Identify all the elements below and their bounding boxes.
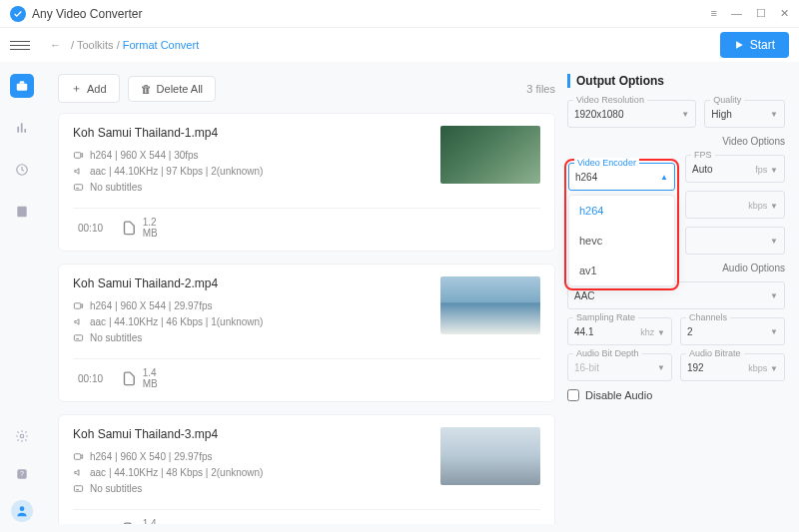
delete-all-label: Delete All — [157, 83, 203, 95]
video-encoder-label: Video Encoder — [574, 158, 639, 168]
svg-rect-14 — [74, 303, 80, 309]
sidebar-toolkits[interactable] — [10, 74, 34, 98]
video-meta: h264 | 960 X 544 | 30fps — [73, 150, 428, 161]
file-duration: 00:10 — [73, 223, 103, 234]
subs-meta: No subtitles — [73, 483, 428, 494]
start-label: Start — [750, 38, 775, 52]
maximize-icon[interactable]: ☐ — [756, 7, 766, 20]
crumb-current[interactable]: Format Convert — [123, 39, 199, 51]
svg-point-9 — [20, 506, 25, 511]
video-encoder-dropdown: h264 hevc av1 — [568, 195, 675, 286]
depth-label: Audio Bit Depth — [573, 348, 642, 358]
files-count: 3 files — [526, 83, 555, 95]
svg-rect-19 — [74, 486, 82, 492]
svg-rect-1 — [17, 127, 19, 133]
resolution-label: Video Resolution — [573, 95, 647, 105]
app-title: Any Video Converter — [32, 7, 143, 21]
file-thumbnail — [440, 276, 540, 334]
crumb-toolkits[interactable]: Toolkits — [77, 39, 114, 51]
audio-meta: aac | 44.10KHz | 97 Kbps | 2(unknown) — [73, 166, 428, 177]
svg-rect-11 — [74, 185, 82, 191]
video-meta: h264 | 960 X 544 | 29.97fps — [73, 300, 428, 311]
abitrate-label: Audio Bitrate — [686, 348, 744, 358]
sidebar-help[interactable]: ? — [10, 462, 34, 486]
file-size: 1.2 MB — [121, 217, 158, 239]
disable-audio-label: Disable Audio — [585, 389, 652, 401]
video-encoder-highlight: Video Encoder h264▲ h264 hevc av1 — [564, 159, 679, 290]
app-logo — [10, 6, 26, 22]
encoder-option-hevc[interactable]: hevc — [569, 226, 674, 256]
file-name: Koh Samui Thailand-2.mp4 — [73, 276, 428, 290]
fps-label: FPS — [691, 150, 715, 160]
sampling-label: Sampling Rate — [573, 312, 638, 322]
file-name: Koh Samui Thailand-3.mp4 — [73, 427, 428, 441]
svg-rect-0 — [17, 84, 28, 91]
file-thumbnail — [440, 126, 540, 184]
svg-text:?: ? — [20, 470, 24, 477]
svg-rect-18 — [74, 454, 80, 460]
file-duration: 00:10 — [73, 373, 103, 384]
file-size: 1.4 MB — [121, 518, 158, 524]
back-arrow-icon[interactable]: ← — [50, 39, 61, 51]
subs-meta: No subtitles — [73, 182, 428, 193]
video-bitrate-select[interactable]: kbps ▼ — [685, 191, 785, 219]
file-size: 1.4 MB — [121, 367, 158, 389]
start-button[interactable]: Start — [720, 32, 789, 58]
sidebar-stats[interactable] — [10, 116, 34, 140]
delete-all-button[interactable]: 🗑 Delete All — [128, 76, 216, 102]
menu-lines-icon[interactable]: ≡ — [711, 7, 717, 20]
add-label: Add — [87, 83, 107, 95]
audio-meta: aac | 44.10KHz | 46 Kbps | 1(unknown) — [73, 316, 428, 327]
extra-video-select[interactable]: ▼ — [685, 227, 785, 255]
breadcrumb: / Toolkits / Format Convert — [71, 39, 199, 51]
channels-label: Channels — [686, 312, 730, 322]
encoder-option-av1[interactable]: av1 — [569, 256, 674, 285]
file-card[interactable]: Koh Samui Thailand-1.mp4 h264 | 960 X 54… — [58, 113, 555, 252]
file-card[interactable]: Koh Samui Thailand-3.mp4 h264 | 960 X 54… — [58, 414, 555, 524]
svg-rect-3 — [24, 129, 26, 133]
sidebar-history[interactable] — [10, 158, 34, 182]
file-duration: 00:10 — [73, 524, 103, 525]
quality-label: Quality — [710, 95, 744, 105]
minimize-icon[interactable]: — — [731, 7, 742, 20]
svg-rect-10 — [74, 153, 80, 159]
svg-rect-2 — [21, 123, 23, 132]
svg-rect-5 — [17, 207, 26, 218]
subs-meta: No subtitles — [73, 332, 428, 343]
svg-point-6 — [20, 434, 24, 438]
encoder-option-h264[interactable]: h264 — [569, 196, 674, 226]
close-icon[interactable]: ✕ — [780, 7, 789, 20]
disable-audio-checkbox[interactable] — [567, 389, 579, 401]
video-options-label: Video Options — [567, 136, 785, 147]
sidebar-settings[interactable] — [10, 424, 34, 448]
video-meta: h264 | 960 X 540 | 29.97fps — [73, 451, 428, 462]
audio-meta: aac | 44.10KHz | 48 Kbps | 2(unknown) — [73, 467, 428, 478]
sidebar-bookmark[interactable] — [10, 200, 34, 224]
file-name: Koh Samui Thailand-1.mp4 — [73, 126, 428, 140]
file-thumbnail — [440, 427, 540, 485]
file-card[interactable]: Koh Samui Thailand-2.mp4 h264 | 960 X 54… — [58, 264, 555, 402]
output-options-title: Output Options — [567, 74, 785, 88]
svg-rect-15 — [74, 335, 82, 341]
add-button[interactable]: ＋ Add — [58, 74, 120, 103]
sidebar-avatar[interactable] — [11, 500, 33, 522]
hamburger-icon[interactable] — [10, 41, 30, 50]
